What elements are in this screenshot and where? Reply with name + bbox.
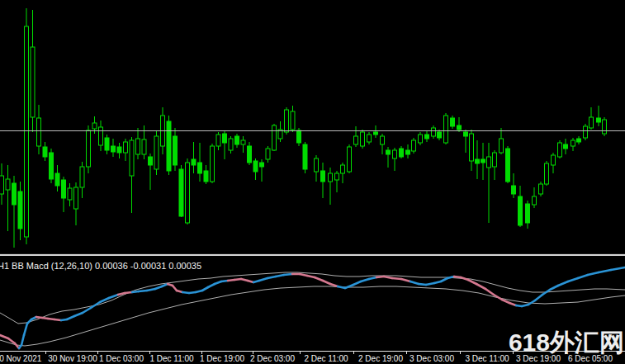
bbmacd-main-segment (268, 277, 276, 278)
time-axis-label: 3 Dec 11:00 (465, 354, 509, 363)
mt4-chart-window: H1 BB Macd (12,26,10) 0.00036 -0.00031 0… (0, 0, 625, 364)
bbmacd-main-segment (528, 300, 535, 305)
candle-body-hollow (432, 128, 436, 136)
candle-body-hollow (186, 163, 190, 223)
candle-body-solid (55, 173, 59, 186)
candle-body-solid (451, 118, 455, 126)
bbmacd-main-segment (401, 279, 410, 281)
bbmacd-main-segment (24, 324, 27, 335)
bbmacd-main-segment (568, 278, 578, 281)
bbmacd-main-segment (276, 275, 284, 277)
candle-body-hollow (493, 153, 497, 167)
bbmacd-main-segment (125, 292, 132, 293)
price-chart-canvas[interactable] (0, 0, 625, 253)
candle-body-hollow (266, 149, 270, 159)
axis-tick (460, 352, 461, 354)
candle-body-hollow (539, 184, 543, 194)
bbmacd-main-segment (441, 278, 447, 281)
candle-body-hollow (80, 167, 84, 187)
candle-body-hollow (500, 139, 504, 153)
bbmacd-main-segment (410, 281, 419, 284)
candle-body-hollow (37, 118, 41, 146)
candle-body-hollow (552, 155, 556, 165)
bbmacd-main-segment (535, 295, 542, 300)
candle-body-solid (235, 136, 239, 144)
candle-body-hollow (229, 139, 233, 150)
candle-body-hollow (92, 123, 97, 129)
candle-body-solid (438, 132, 442, 138)
bbmacd-main-segment (599, 270, 611, 272)
bbmacd-main-segment (109, 295, 118, 298)
candle-body-hollow (74, 187, 78, 209)
bbmacd-main-segment (338, 286, 345, 288)
candle-body-hollow (216, 135, 220, 146)
time-axis-label: 30 Nov 2021 (0, 354, 41, 363)
candle-body-solid (18, 191, 22, 229)
candle-body-hollow (329, 173, 333, 182)
bbmacd-main-segment (315, 277, 323, 281)
candle-body-solid (506, 149, 510, 182)
candle-body-hollow (361, 132, 365, 146)
axis-tick (353, 352, 354, 354)
candle-body-solid (12, 183, 17, 205)
candle-body-solid (253, 161, 258, 172)
upper-band-line (0, 272, 625, 324)
bbmacd-main-segment (384, 277, 392, 278)
candle-body-hollow (533, 196, 537, 205)
watermark-text: 618外汇网 (509, 329, 624, 356)
candle-body-hollow (0, 176, 4, 194)
bbmacd-main-segment (259, 278, 268, 281)
candle-body-solid (173, 136, 178, 165)
candle-body-hollow (381, 136, 385, 144)
bbmacd-main-segment (588, 272, 599, 275)
bbmacd-main-segment (369, 277, 376, 279)
time-axis-label: 3 Dec 03:00 (410, 354, 454, 363)
bbmacd-main-segment (147, 289, 155, 291)
candle-body-hollow (470, 134, 474, 161)
bbmacd-main-segment (376, 277, 384, 277)
candle-body-solid (400, 149, 404, 157)
bbmacd-main-segment (419, 284, 426, 285)
candle-body-solid (321, 171, 325, 182)
candle-body-hollow (241, 140, 245, 144)
candle-body-solid (149, 157, 153, 165)
candle-body-hollow (419, 135, 423, 143)
bbmacd-main-segment (461, 277, 468, 280)
candle-body-solid (167, 121, 171, 171)
candle-body-hollow (130, 140, 134, 176)
candle-body-solid (526, 204, 530, 223)
candle-body-hollow (136, 139, 140, 154)
candle-body-hollow (348, 147, 352, 172)
candle-body-solid (386, 150, 391, 154)
bbmacd-main-segment (300, 274, 307, 276)
bbmacd-main-segment (67, 316, 74, 319)
candle-body-hollow (341, 165, 345, 173)
axis-tick (300, 352, 301, 354)
candle-body-solid (297, 130, 301, 143)
bbmacd-main-segment (468, 280, 476, 284)
candle-body-solid (512, 186, 516, 194)
bbmacd-main-segment (550, 286, 558, 290)
bbmacd-main-segment (426, 283, 434, 285)
bbmacd-main-segment (284, 274, 292, 275)
candle-body-solid (457, 125, 462, 130)
bbmacd-main-segment (353, 281, 361, 285)
candle-body-solid (406, 150, 410, 154)
candle-body-hollow (335, 173, 339, 180)
bbmacd-main-segment (485, 289, 494, 295)
candle-body-hollow (571, 140, 575, 146)
candle-body-hollow (142, 139, 146, 154)
time-axis-label: 2 Dec 19:00 (358, 354, 403, 363)
candle-body-hollow (272, 125, 277, 150)
candle-body-hollow (584, 126, 588, 138)
bbmacd-main-segment (0, 335, 8, 338)
candle-body-solid (248, 146, 252, 163)
bbmacd-main-segment (208, 284, 215, 287)
bbmacd-main-segment (74, 313, 83, 316)
candle-body-hollow (487, 157, 491, 168)
bbmacd-main-segment (21, 335, 24, 345)
candle-body-solid (481, 159, 485, 163)
time-axis-label: 2 Dec 03:00 (250, 354, 295, 363)
candle-body-solid (117, 147, 121, 153)
bbmacd-main-segment (558, 281, 568, 286)
